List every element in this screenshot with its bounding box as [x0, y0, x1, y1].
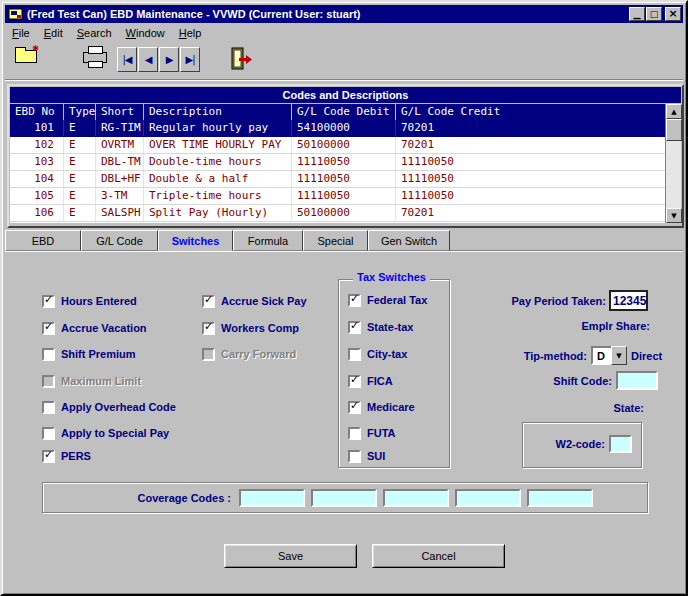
coverage-code-field-4[interactable] [455, 489, 521, 507]
emplr-share-label: Emplr Share: [532, 320, 650, 332]
tab-gen-switch[interactable]: Gen Switch [368, 230, 450, 251]
checkbox-label: Medicare [367, 401, 415, 413]
pay-period-taken-field[interactable]: 12345 [609, 290, 648, 311]
menu-edit[interactable]: Edit [37, 25, 70, 41]
checkbox-box[interactable] [348, 321, 361, 334]
w2-code-field[interactable] [609, 435, 632, 453]
checkbox-box[interactable] [42, 427, 55, 440]
cell-description: Double-time hours [144, 154, 292, 170]
open-folder-button[interactable] [15, 50, 37, 63]
checkbox-apply-to-special-pay[interactable]: Apply to Special Pay [42, 426, 169, 440]
codes-table: Codes and Descriptions EBD No Type Short… [7, 84, 684, 228]
checkbox-accrue-sick-pay[interactable]: Accrue Sick Pay [202, 294, 307, 308]
table-row[interactable]: 104 E DBL+HF Double & a half 11110050 11… [10, 171, 665, 188]
checkbox-city-tax[interactable]: City-tax [348, 347, 407, 361]
menu-bar: File Edit Search Window Help [5, 23, 683, 42]
checkbox-state-tax[interactable]: State-tax [348, 320, 413, 334]
window-title: (Fred Test Can) EBD Maintenance - VVWD (… [27, 8, 629, 20]
table-row[interactable]: 106 E SALSPH Split Pay (Hourly) 50100000… [10, 205, 665, 222]
menu-help[interactable]: Help [172, 25, 209, 41]
table-scrollbar[interactable]: ▲ ▼ [665, 104, 681, 223]
title-bar[interactable]: (Fred Test Can) EBD Maintenance - VVWD (… [5, 5, 683, 23]
coverage-code-field-1[interactable] [239, 489, 305, 507]
nav-prev-button[interactable]: ◀ [138, 47, 158, 72]
checkbox-hours-entered[interactable]: Hours Entered [42, 294, 137, 308]
cell-type: E [64, 188, 96, 204]
tip-method-dropdown[interactable]: D ▼ [591, 346, 627, 365]
checkbox-box[interactable] [42, 401, 55, 414]
checkbox-carry-forward: Carry Forward [202, 347, 296, 361]
pay-period-taken-label: Pay Period Taken: [482, 295, 606, 307]
checkbox-accrue-vacation[interactable]: Accrue Vacation [42, 321, 147, 335]
col-header-description[interactable]: Description [144, 104, 292, 120]
table-row[interactable]: 101 E RG-TIM Regular hourly pay 54100000… [10, 120, 665, 137]
checkbox-workers-comp[interactable]: Workers Comp [202, 321, 299, 335]
cell-ebd-no: 104 [10, 171, 64, 187]
checkbox-box[interactable] [348, 348, 361, 361]
table-row[interactable]: 103 E DBL-TM Double-time hours 11110050 … [10, 154, 665, 171]
scroll-down-icon[interactable]: ▼ [666, 208, 682, 223]
checkbox-box[interactable] [202, 322, 215, 335]
nav-next-button[interactable]: ▶ [159, 47, 179, 72]
tip-method-label: Tip-method: [482, 350, 587, 362]
cell-ebd-no: 101 [10, 120, 64, 136]
checkbox-box[interactable] [348, 450, 361, 463]
checkbox-box[interactable] [42, 348, 55, 361]
checkbox-pers[interactable]: PERS [42, 449, 91, 463]
checkbox-box[interactable] [348, 294, 361, 307]
nav-first-button[interactable]: |◀ [117, 47, 137, 72]
checkbox-medicare[interactable]: Medicare [348, 400, 415, 414]
table-row[interactable]: 102 E OVRTM OVER TIME HOURLY PAY 5010000… [10, 137, 665, 154]
shift-code-field[interactable] [616, 371, 658, 390]
col-header-gl-debit[interactable]: G/L Code Debit [292, 104, 396, 120]
checkbox-label: City-tax [367, 348, 407, 360]
checkbox-fica[interactable]: FICA [348, 374, 393, 388]
cell-description: Double & a half [144, 171, 292, 187]
cell-ebd-no: 102 [10, 137, 64, 153]
save-button[interactable]: Save [224, 544, 357, 568]
scrollbar-thumb[interactable] [666, 119, 682, 141]
coverage-code-field-2[interactable] [311, 489, 377, 507]
maximize-button[interactable]: □ [646, 7, 662, 21]
col-header-short[interactable]: Short [96, 104, 144, 120]
app-icon[interactable] [8, 7, 24, 21]
nav-last-button[interactable]: ▶| [180, 47, 200, 72]
cell-type: E [64, 154, 96, 170]
coverage-code-field-3[interactable] [383, 489, 449, 507]
tab-ebd[interactable]: EBD [5, 230, 81, 251]
menu-window[interactable]: Window [119, 25, 172, 41]
scroll-up-icon[interactable]: ▲ [666, 104, 682, 119]
print-button[interactable] [83, 52, 107, 63]
state-label: State: [544, 402, 644, 414]
col-header-type[interactable]: Type [64, 104, 96, 120]
checkbox-sui[interactable]: SUI [348, 449, 385, 463]
checkbox-box[interactable] [202, 295, 215, 308]
tab-switches[interactable]: Switches [158, 230, 233, 251]
menu-file[interactable]: File [5, 25, 37, 41]
exit-button[interactable] [229, 46, 253, 72]
tab-gl-code[interactable]: G/L Code [81, 230, 158, 251]
checkbox-federal-tax[interactable]: Federal Tax [348, 293, 427, 307]
menu-search[interactable]: Search [70, 25, 119, 41]
chevron-down-icon[interactable]: ▼ [611, 346, 627, 365]
close-button[interactable]: × [665, 7, 681, 21]
checkbox-futa[interactable]: FUTA [348, 426, 396, 440]
coverage-code-field-5[interactable] [527, 489, 593, 507]
checkbox-box[interactable] [42, 322, 55, 335]
cell-short: OVRTM [96, 137, 144, 153]
col-header-gl-credit[interactable]: G/L Code Credit [396, 104, 665, 120]
cancel-button[interactable]: Cancel [372, 544, 505, 568]
col-header-ebd-no[interactable]: EBD No [10, 104, 64, 120]
checkbox-label: Hours Entered [61, 295, 137, 307]
checkbox-shift-premium[interactable]: Shift Premium [42, 347, 136, 361]
checkbox-apply-overhead-code[interactable]: Apply Overhead Code [42, 400, 176, 414]
tab-formula[interactable]: Formula [233, 230, 303, 251]
checkbox-box[interactable] [42, 450, 55, 463]
tab-special[interactable]: Special [303, 230, 368, 251]
checkbox-box[interactable] [348, 427, 361, 440]
table-row[interactable]: 105 E 3-TM Triple-time hours 11110050 11… [10, 188, 665, 205]
checkbox-box[interactable] [42, 295, 55, 308]
checkbox-box[interactable] [348, 375, 361, 388]
checkbox-box[interactable] [348, 401, 361, 414]
minimize-button[interactable]: ▁ [629, 7, 645, 21]
